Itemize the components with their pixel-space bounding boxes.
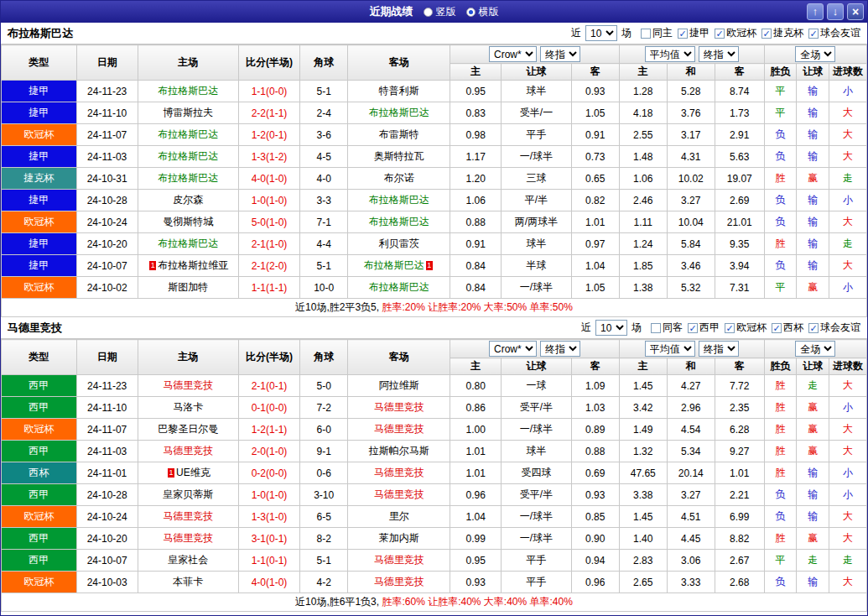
checkbox-label: 同主 — [652, 26, 673, 40]
checkbox-icon[interactable]: ✓ — [761, 29, 772, 39]
col-avg-draw: 和 — [667, 64, 715, 81]
checkbox-icon[interactable]: ✓ — [725, 323, 735, 333]
away-team: 利贝雷茨 — [348, 233, 450, 255]
odds-stage-select[interactable]: 终指 — [540, 341, 580, 357]
checkbox-icon[interactable]: ✓ — [715, 29, 725, 39]
filter-checkbox[interactable]: ✓欧冠杯 — [725, 321, 767, 335]
handicap-line: 半球 — [502, 255, 571, 277]
average-select[interactable]: 平均值 — [645, 46, 695, 62]
scope-select[interactable]: 全场 — [795, 46, 835, 62]
handicap-line: 球半 — [502, 233, 571, 255]
match-row: 西甲24-11-03马德里竞技2-0(1-0)9-1拉斯帕尔马斯1.01球半0.… — [2, 441, 867, 462]
checkbox-label: 欧冠杯 — [726, 26, 756, 40]
move-up-button[interactable]: ↑ — [807, 3, 824, 20]
score: 0-1(0-0) — [238, 397, 299, 419]
filter-checkbox[interactable]: ✓球会友谊 — [808, 26, 860, 40]
checkbox-label: 西杯 — [783, 321, 803, 335]
checkbox-icon[interactable]: ✓ — [688, 323, 698, 333]
avg-draw: 2.96 — [667, 397, 715, 419]
team-label: 马洛卡 — [173, 401, 203, 413]
result-handicap: 走 — [797, 375, 829, 397]
team-label: 莱加内斯 — [379, 532, 419, 544]
odds-home: 0.83 — [450, 102, 502, 124]
match-date: 24-11-03 — [76, 146, 138, 168]
league-badge: 西甲 — [2, 550, 77, 572]
result-handicap: 输 — [797, 506, 829, 528]
result-handicap: 输 — [797, 484, 829, 506]
away-team: 阿拉维斯 — [348, 375, 450, 397]
team-label: 马德里竞技 — [374, 554, 424, 566]
checkbox-icon[interactable]: ✓ — [808, 29, 819, 39]
away-team: 马德里竞技 — [348, 550, 450, 572]
avg-away: 7.31 — [715, 277, 764, 299]
view-radio-vertical[interactable]: 竖版 — [424, 5, 456, 19]
filter-checkbox[interactable]: ✓欧冠杯 — [715, 26, 756, 40]
result-outcome: 平 — [764, 550, 797, 572]
avg-draw: 10.02 — [667, 168, 715, 190]
filter-checkbox[interactable]: ✓西甲 — [688, 321, 720, 335]
match-row: 捷甲24-10-28皮尔森1-0(1-0)3-3布拉格斯巴达1.06平/半0.8… — [2, 190, 867, 211]
home-team: 马德里竞技 — [138, 528, 238, 550]
radio-icon[interactable] — [424, 8, 433, 17]
match-row: 西甲24-10-07皇家社会1-1(0-1)5-1马德里竞技0.95平手0.94… — [2, 550, 867, 572]
team-label: 马德里竞技 — [163, 532, 213, 544]
filter-checkbox[interactable]: 同客 — [651, 321, 683, 335]
result-outcome: 胜 — [764, 397, 797, 419]
filter-checkbox[interactable]: ✓西杯 — [772, 321, 803, 335]
bookmaker-select[interactable]: Crow* — [489, 46, 537, 62]
col-odds-away: 客 — [571, 64, 619, 81]
avg-away: 9.35 — [715, 233, 764, 255]
avg-draw: 5.32 — [667, 277, 715, 299]
odds-stage-select[interactable]: 终指 — [540, 46, 580, 62]
summary-segment: 近10场,胜2平3负5, — [295, 301, 382, 313]
col-away: 客场 — [348, 45, 450, 81]
filter-checkbox[interactable]: ✓捷甲 — [678, 26, 709, 40]
col-avg-home: 主 — [619, 358, 667, 375]
team-label: 布尔诺 — [384, 172, 414, 184]
avg-stage-select[interactable]: 终指 — [699, 341, 739, 357]
result-handicap: 赢 — [797, 277, 829, 299]
checkbox-icon[interactable]: ✓ — [772, 323, 782, 333]
home-team: 本菲卡 — [138, 572, 238, 593]
close-button[interactable]: × — [847, 3, 864, 20]
checkbox-icon[interactable]: ✓ — [678, 29, 688, 39]
checkbox-icon[interactable]: ✓ — [808, 323, 819, 333]
corners: 6-0 — [300, 419, 348, 441]
checkbox-icon[interactable] — [651, 323, 661, 333]
result-outcome: 胜 — [764, 233, 797, 255]
summary-segment: 让胜率:20% — [428, 301, 484, 313]
avg-draw: 3.17 — [667, 124, 715, 146]
score: 1-1(0-1) — [238, 550, 299, 572]
filter-checkbox[interactable]: ✓球会友谊 — [808, 321, 860, 335]
avg-home: 47.65 — [619, 462, 667, 484]
corners: 3-3 — [300, 190, 348, 211]
bookmaker-select[interactable]: Crow* — [489, 341, 537, 357]
home-team: 布拉格斯巴达 — [138, 233, 238, 255]
match-count-select[interactable]: 10 — [595, 320, 627, 336]
average-select[interactable]: 平均值 — [645, 341, 695, 357]
checkbox-label: 球会友谊 — [820, 321, 860, 335]
view-radio-horizontal[interactable]: 横版 — [466, 5, 499, 19]
match-count-select[interactable]: 10 — [585, 25, 617, 41]
radio-icon[interactable] — [466, 8, 476, 17]
result-handicap: 输 — [797, 190, 829, 211]
team-label: 斯图加特 — [168, 281, 208, 293]
checkbox-icon[interactable] — [641, 29, 651, 39]
avg-stage-select[interactable]: 终指 — [699, 46, 739, 62]
avg-home: 1.32 — [619, 441, 667, 462]
move-down-button[interactable]: ↓ — [827, 3, 844, 20]
scope-select[interactable]: 全场 — [795, 341, 835, 357]
odds-away: 0.93 — [571, 81, 619, 102]
score: 2-0(1-0) — [238, 441, 299, 462]
col-home: 主场 — [138, 45, 238, 81]
filter-checkbox[interactable]: 同主 — [641, 26, 673, 40]
handicap-line: 一/球半 — [502, 146, 571, 168]
avg-home: 2.83 — [619, 550, 667, 572]
league-filter-checkboxes: 同主✓捷甲✓欧冠杯✓捷克杯✓球会友谊 — [641, 26, 860, 40]
filter-checkbox[interactable]: ✓捷克杯 — [761, 26, 803, 40]
odds-home: 0.84 — [450, 255, 502, 277]
handicap-line: 一/球半 — [502, 277, 571, 299]
score: 4-0(1-0) — [238, 572, 299, 593]
league-badge: 欧冠杯 — [2, 277, 77, 299]
avg-draw: 4.27 — [667, 375, 715, 397]
